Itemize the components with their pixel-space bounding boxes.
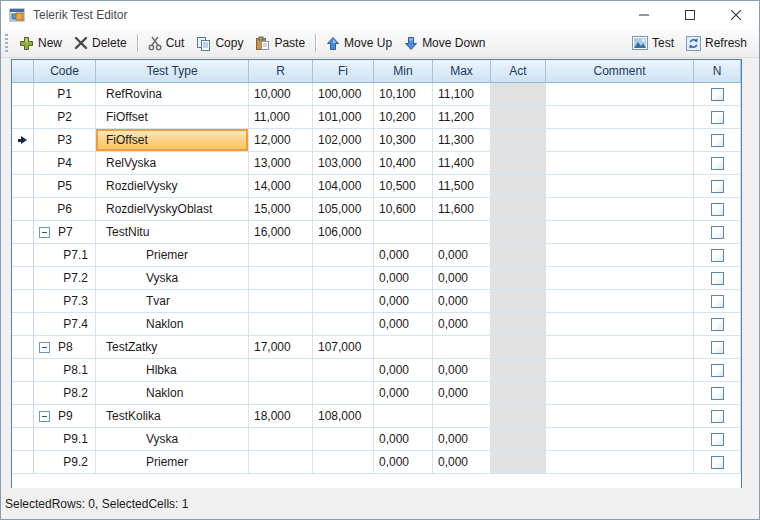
cell-code[interactable]: P8.2 xyxy=(34,382,96,405)
cell-r[interactable] xyxy=(249,313,313,336)
cell-comment[interactable] xyxy=(546,106,694,129)
cell-min[interactable]: 0,000 xyxy=(374,267,433,290)
cell-fi[interactable]: 108,000 xyxy=(313,405,374,428)
cell-test-type[interactable]: TestZatky xyxy=(96,336,249,359)
cell-r[interactable]: 17,000 xyxy=(249,336,313,359)
cell-fi[interactable]: 101,000 xyxy=(313,106,374,129)
cell-min[interactable]: 10,100 xyxy=(374,83,433,106)
cell-comment[interactable] xyxy=(546,267,694,290)
cell-fi[interactable] xyxy=(313,313,374,336)
cell-r[interactable] xyxy=(249,382,313,405)
collapse-icon[interactable] xyxy=(39,227,50,238)
cell-r[interactable]: 16,000 xyxy=(249,221,313,244)
cell-test-type[interactable]: Naklon xyxy=(96,313,249,336)
column-header-comment[interactable]: Comment xyxy=(546,60,694,83)
cell-max[interactable]: 0,000 xyxy=(433,267,491,290)
maximize-button[interactable] xyxy=(667,1,713,29)
toolbar-gripper[interactable] xyxy=(5,34,8,52)
cell-fi[interactable] xyxy=(313,267,374,290)
row-header-cell[interactable] xyxy=(12,152,34,175)
cell-comment[interactable] xyxy=(546,198,694,221)
row-header-cell[interactable] xyxy=(12,83,34,106)
cell-test-type[interactable]: TestNitu xyxy=(96,221,249,244)
cell-test-type[interactable]: RozdielVyskyOblast xyxy=(96,198,249,221)
column-header-n[interactable]: N xyxy=(694,60,741,83)
row-header-cell[interactable] xyxy=(12,267,34,290)
cell-test-type[interactable]: Vyska xyxy=(96,428,249,451)
cell-max[interactable]: 11,100 xyxy=(433,83,491,106)
cell-max[interactable]: 0,000 xyxy=(433,244,491,267)
cell-code[interactable]: P6 xyxy=(34,198,96,221)
cell-fi[interactable] xyxy=(313,359,374,382)
cell-test-type[interactable]: FiOffset xyxy=(96,106,249,129)
row-header-cell[interactable] xyxy=(12,175,34,198)
cell-comment[interactable] xyxy=(546,244,694,267)
cell-code[interactable]: P8 xyxy=(34,336,96,359)
cell-r[interactable]: 10,000 xyxy=(249,83,313,106)
row-header-cell[interactable] xyxy=(12,244,34,267)
cell-test-type[interactable]: Hlbka xyxy=(96,359,249,382)
cell-min[interactable]: 0,000 xyxy=(374,359,433,382)
cell-min[interactable]: 0,000 xyxy=(374,290,433,313)
cell-max[interactable]: 11,400 xyxy=(433,152,491,175)
cell-comment[interactable] xyxy=(546,428,694,451)
cell-fi[interactable]: 104,000 xyxy=(313,175,374,198)
cell-comment[interactable] xyxy=(546,129,694,152)
cell-comment[interactable] xyxy=(546,175,694,198)
cell-min[interactable]: 0,000 xyxy=(374,244,433,267)
move-up-button[interactable]: Move Up xyxy=(320,33,398,54)
n-checkbox[interactable] xyxy=(711,111,724,124)
cell-fi[interactable]: 100,000 xyxy=(313,83,374,106)
cell-max[interactable] xyxy=(433,336,491,359)
cell-test-type[interactable]: Naklon xyxy=(96,382,249,405)
cell-min[interactable] xyxy=(374,336,433,359)
column-header-min[interactable]: Min xyxy=(374,60,433,83)
n-checkbox[interactable] xyxy=(711,226,724,239)
n-checkbox[interactable] xyxy=(711,88,724,101)
cell-test-type[interactable]: Priemer xyxy=(96,244,249,267)
cell-comment[interactable] xyxy=(546,290,694,313)
row-header-cell[interactable] xyxy=(12,290,34,313)
n-checkbox[interactable] xyxy=(711,249,724,262)
cell-test-type[interactable]: Tvar xyxy=(96,290,249,313)
cell-max[interactable]: 0,000 xyxy=(433,428,491,451)
cell-test-type[interactable]: FiOffset xyxy=(96,129,249,152)
cell-comment[interactable] xyxy=(546,313,694,336)
cell-comment[interactable] xyxy=(546,451,694,474)
cell-max[interactable]: 0,000 xyxy=(433,359,491,382)
cell-r[interactable] xyxy=(249,244,313,267)
cell-test-type[interactable]: RozdielVysky xyxy=(96,175,249,198)
cell-code[interactable]: P9.1 xyxy=(34,428,96,451)
copy-button[interactable]: Copy xyxy=(190,33,249,54)
cell-test-type[interactable]: TestKolika xyxy=(96,405,249,428)
cell-r[interactable]: 12,000 xyxy=(249,129,313,152)
column-header-fi[interactable]: Fi xyxy=(313,60,374,83)
cell-min[interactable]: 0,000 xyxy=(374,451,433,474)
cell-comment[interactable] xyxy=(546,336,694,359)
cell-test-type[interactable]: Priemer xyxy=(96,451,249,474)
cell-r[interactable]: 11,000 xyxy=(249,106,313,129)
cell-code[interactable]: P7.4 xyxy=(34,313,96,336)
collapse-icon[interactable] xyxy=(39,342,50,353)
cell-comment[interactable] xyxy=(546,221,694,244)
cell-fi[interactable] xyxy=(313,244,374,267)
n-checkbox[interactable] xyxy=(711,134,724,147)
cell-code[interactable]: P9 xyxy=(34,405,96,428)
n-checkbox[interactable] xyxy=(711,295,724,308)
row-header-cell[interactable] xyxy=(12,129,34,152)
cell-fi[interactable]: 103,000 xyxy=(313,152,374,175)
row-header-cell[interactable] xyxy=(12,428,34,451)
n-checkbox[interactable] xyxy=(711,387,724,400)
cell-min[interactable]: 0,000 xyxy=(374,313,433,336)
cell-fi[interactable] xyxy=(313,382,374,405)
row-header-cell[interactable] xyxy=(12,359,34,382)
cell-max[interactable]: 0,000 xyxy=(433,382,491,405)
cell-max[interactable]: 0,000 xyxy=(433,313,491,336)
row-header-cell[interactable] xyxy=(12,336,34,359)
cell-r[interactable] xyxy=(249,290,313,313)
cell-min[interactable]: 0,000 xyxy=(374,382,433,405)
cell-r[interactable] xyxy=(249,451,313,474)
cell-fi[interactable] xyxy=(313,290,374,313)
cell-min[interactable]: 0,000 xyxy=(374,428,433,451)
minimize-button[interactable] xyxy=(621,1,667,29)
